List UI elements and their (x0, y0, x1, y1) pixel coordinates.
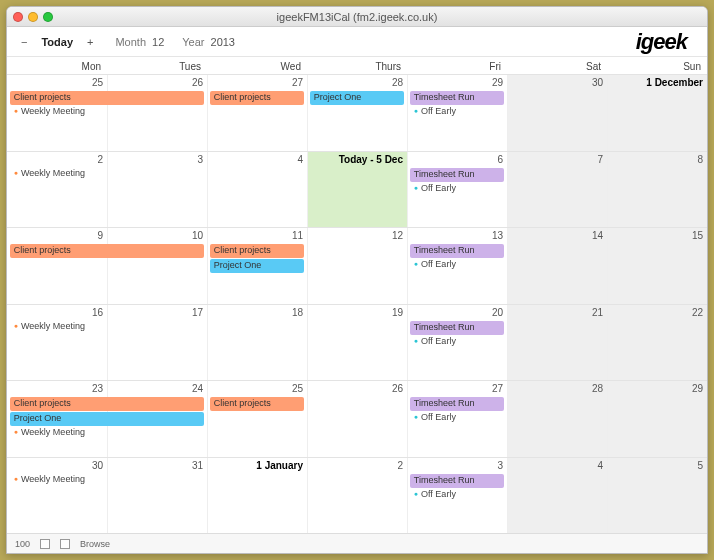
event-bar[interactable]: Client projects (210, 397, 304, 411)
view-icon[interactable] (60, 539, 70, 549)
weekday-mon: Mon (7, 57, 107, 74)
date-number: 27 (292, 77, 303, 88)
date-number: 13 (492, 230, 503, 241)
weekday-wed: Wed (207, 57, 307, 74)
event-bar[interactable]: Timesheet Run (410, 321, 504, 335)
weekday-sat: Sat (507, 57, 607, 74)
event-bar[interactable]: Timesheet Run (410, 168, 504, 182)
date-number: 26 (392, 383, 403, 394)
weekday-tue: Tues (107, 57, 207, 74)
layout-icon[interactable] (40, 539, 50, 549)
event-bar[interactable]: Client projects (10, 397, 204, 411)
close-icon[interactable] (13, 12, 23, 22)
date-number: 11 (292, 230, 303, 241)
events-layer: Timesheet RunWeekly MeetingOff Early (7, 321, 707, 381)
date-number: 15 (692, 230, 703, 241)
events-layer: Timesheet RunWeekly MeetingOff Early (7, 474, 707, 534)
date-number: 17 (192, 307, 203, 318)
date-number: 30 (92, 460, 103, 471)
date-number: 14 (592, 230, 603, 241)
date-number: 30 (592, 77, 603, 88)
weeks-grid: 2526272829301 DecemberClient projectsCli… (7, 74, 707, 533)
event-dot[interactable]: Off Early (410, 412, 504, 422)
events-layer: Timesheet RunWeekly MeetingOff Early (7, 168, 707, 228)
week-row: 30311 January2345Timesheet RunWeekly Mee… (7, 457, 707, 534)
week-row: 2526272829301 DecemberClient projectsCli… (7, 74, 707, 151)
events-layer: Client projectsClient projectsProject On… (7, 397, 707, 457)
calendar: Mon Tues Wed Thurs Fri Sat Sun 252627282… (7, 57, 707, 533)
date-number: 3 (197, 154, 203, 165)
event-dot[interactable]: Weekly Meeting (10, 321, 104, 331)
date-number: 22 (692, 307, 703, 318)
date-number: 19 (392, 307, 403, 318)
week-row: 16171819202122Timesheet RunWeekly Meetin… (7, 304, 707, 381)
date-number: 8 (697, 154, 703, 165)
date-number: 1 January (256, 460, 303, 471)
event-dot[interactable]: Weekly Meeting (10, 474, 104, 484)
date-number: Today - 5 Dec (339, 154, 403, 165)
date-number: 24 (192, 383, 203, 394)
event-dot[interactable]: Off Early (410, 336, 504, 346)
date-number: 4 (597, 460, 603, 471)
event-dot[interactable]: Weekly Meeting (10, 106, 104, 116)
event-bar[interactable]: Timesheet Run (410, 474, 504, 488)
event-bar[interactable]: Client projects (210, 91, 304, 105)
event-bar[interactable]: Project One (10, 412, 204, 426)
date-number: 18 (292, 307, 303, 318)
date-number: 5 (697, 460, 703, 471)
window-title: igeekFM13iCal (fm2.igeek.co.uk) (7, 11, 707, 23)
event-bar[interactable]: Client projects (10, 244, 204, 258)
minimize-icon[interactable] (28, 12, 38, 22)
event-bar[interactable]: Timesheet Run (410, 91, 504, 105)
events-layer: Client projectsClient projectsProject On… (7, 244, 707, 304)
event-dot[interactable]: Weekly Meeting (10, 168, 104, 178)
date-number: 9 (97, 230, 103, 241)
event-dot[interactable]: Off Early (410, 489, 504, 499)
weekday-header: Mon Tues Wed Thurs Fri Sat Sun (7, 57, 707, 74)
status-bar: 100 Browse (7, 533, 707, 553)
browse-mode[interactable]: Browse (80, 539, 110, 549)
date-number: 31 (192, 460, 203, 471)
date-number: 10 (192, 230, 203, 241)
event-dot[interactable]: Off Early (410, 106, 504, 116)
date-number: 1 December (646, 77, 703, 88)
date-number: 4 (297, 154, 303, 165)
date-number: 27 (492, 383, 503, 394)
event-bar[interactable]: Client projects (10, 91, 204, 105)
date-number: 29 (492, 77, 503, 88)
date-number: 29 (692, 383, 703, 394)
date-number: 7 (597, 154, 603, 165)
event-bar[interactable]: Timesheet Run (410, 244, 504, 258)
date-number: 25 (92, 77, 103, 88)
weekday-fri: Fri (407, 57, 507, 74)
year-value[interactable]: 2013 (211, 36, 235, 48)
weekday-sun: Sun (607, 57, 707, 74)
logo: igeek (636, 29, 697, 55)
today-button[interactable]: Today (37, 34, 77, 50)
month-label: Month (115, 36, 146, 48)
date-number: 3 (497, 460, 503, 471)
event-dot[interactable]: Off Early (410, 183, 504, 193)
event-bar[interactable]: Client projects (210, 244, 304, 258)
next-button[interactable]: + (83, 34, 97, 50)
zoom-level[interactable]: 100 (15, 539, 30, 549)
week-row: 9101112131415Client projectsClient proje… (7, 227, 707, 304)
date-number: 21 (592, 307, 603, 318)
date-number: 23 (92, 383, 103, 394)
event-bar[interactable]: Timesheet Run (410, 397, 504, 411)
date-number: 28 (592, 383, 603, 394)
event-dot[interactable]: Off Early (410, 259, 504, 269)
month-value[interactable]: 12 (152, 36, 164, 48)
date-number: 25 (292, 383, 303, 394)
event-dot[interactable]: Weekly Meeting (10, 427, 104, 437)
week-row: 234Today - 5 Dec678Timesheet RunWeekly M… (7, 151, 707, 228)
prev-button[interactable]: − (17, 34, 31, 50)
window-controls (13, 12, 53, 22)
date-number: 6 (497, 154, 503, 165)
date-number: 28 (392, 77, 403, 88)
event-bar[interactable]: Project One (310, 91, 404, 105)
date-number: 20 (492, 307, 503, 318)
event-bar[interactable]: Project One (210, 259, 304, 273)
date-number: 2 (97, 154, 103, 165)
zoom-icon[interactable] (43, 12, 53, 22)
